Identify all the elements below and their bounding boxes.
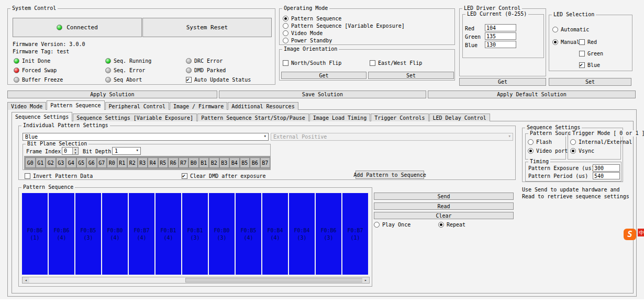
pattern-scrollbar[interactable] xyxy=(22,277,370,284)
pattern-tile[interactable]: F0:B4 (3) xyxy=(289,193,315,275)
bit-plane-button[interactable]: G2 xyxy=(46,157,56,168)
bit-plane-button[interactable]: R2 xyxy=(127,157,138,168)
bit-plane-button[interactable]: B5 xyxy=(240,157,250,168)
sub-tab[interactable]: Sequence Settings xyxy=(12,112,72,121)
pattern-exposure-input[interactable] xyxy=(593,164,620,172)
main-tab[interactable]: Video Mode xyxy=(7,102,46,110)
bit-plane-button[interactable]: B7 xyxy=(260,157,271,168)
led-selection-set-button[interactable]: Set xyxy=(549,78,631,86)
pattern-tile[interactable]: F0:B5 (3) xyxy=(75,193,101,275)
pattern-period-input[interactable] xyxy=(593,172,620,179)
bit-plane-button[interactable]: R4 xyxy=(148,157,158,168)
bit-plane-button[interactable]: B4 xyxy=(229,157,240,168)
bit-plane-button[interactable]: G0 xyxy=(25,157,36,168)
bit-plane-button[interactable]: R0 xyxy=(107,157,117,168)
east-west-flip-checkbox[interactable]: East/West Flip xyxy=(370,59,422,66)
sub-tab[interactable]: Sequence Settings [Variable Exposure] xyxy=(73,114,197,121)
pattern-tile[interactable]: F0:B7 (1) xyxy=(342,193,368,275)
repeat-radio[interactable]: Repeat xyxy=(438,221,465,228)
bit-plane-button[interactable]: R6 xyxy=(168,157,179,168)
bit-plane-button[interactable]: R3 xyxy=(138,157,148,168)
spinner-arrows-icon[interactable] xyxy=(72,148,78,154)
led-color-label: Blue xyxy=(587,62,600,68)
read-button[interactable]: Read xyxy=(374,202,514,210)
bit-plane-button[interactable]: G7 xyxy=(97,157,107,168)
sub-tab[interactable]: Trigger Controls xyxy=(371,114,428,121)
main-tab[interactable]: Peripheral Control xyxy=(105,102,169,110)
save-solution-button[interactable]: Save Solution xyxy=(219,91,426,98)
apply-default-solution-button[interactable]: Apply Default Solution xyxy=(428,91,636,98)
pattern-tile[interactable]: F0:B1 (3) xyxy=(182,193,208,275)
bit-plane-button[interactable]: B0 xyxy=(188,157,199,168)
send-button[interactable]: Send xyxy=(374,193,514,200)
pattern-tile[interactable]: F0:B7 (4) xyxy=(129,193,154,275)
clear-button[interactable]: Clear xyxy=(374,212,514,219)
led-color-checkbox[interactable]: Red xyxy=(579,36,603,48)
auto-update-status-checkbox[interactable]: Auto Update Status xyxy=(186,76,251,83)
scroll-right-icon[interactable] xyxy=(362,277,369,283)
internal-external-radio[interactable]: Internal/External xyxy=(570,138,632,145)
connected-button[interactable]: Connected xyxy=(13,18,142,37)
pattern-tile[interactable]: F0:B0 (3) xyxy=(209,193,235,275)
flash-radio[interactable]: Flash xyxy=(528,138,552,145)
automatic-radio[interactable]: Automatic xyxy=(552,26,589,33)
add-pattern-to-sequence-button[interactable]: Add Pattern to Sequence xyxy=(356,171,424,179)
bit-plane-button[interactable]: B6 xyxy=(250,157,260,168)
video-port-radio[interactable]: Video port xyxy=(528,147,568,154)
bit-plane-button[interactable]: G5 xyxy=(76,157,87,168)
bit-plane-button[interactable]: R7 xyxy=(179,157,189,168)
operating-mode-radio[interactable]: Video Mode xyxy=(283,29,405,37)
main-tab[interactable]: Additional Resources xyxy=(228,102,298,110)
spinner-down-icon[interactable] xyxy=(73,151,78,155)
red-current-input[interactable] xyxy=(485,24,516,31)
pattern-tile[interactable]: F0:B6 (1) xyxy=(22,193,48,275)
manual-radio[interactable]: Manual xyxy=(552,38,580,46)
apply-default-solution-label: Apply Default Solution xyxy=(497,92,566,97)
orientation-set-button[interactable]: Set xyxy=(368,72,454,79)
pattern-color-select[interactable]: Blue xyxy=(23,133,269,141)
pattern-tile[interactable]: F0:B5 (4) xyxy=(236,193,261,275)
clear-dmd-checkbox[interactable]: Clear DMD after exposure xyxy=(182,172,266,179)
led-color-checkbox[interactable]: Blue xyxy=(579,59,603,71)
pattern-tile[interactable]: F0:B0 (4) xyxy=(102,193,128,275)
led-driver-get-button[interactable]: Get xyxy=(459,78,546,86)
frame-index-spinner[interactable]: 0 xyxy=(62,147,79,155)
bit-plane-button[interactable]: R1 xyxy=(117,157,128,168)
vsync-label: Vsync xyxy=(579,148,594,154)
main-tab[interactable]: Image / Firmware xyxy=(170,102,227,110)
bit-plane-button[interactable]: G4 xyxy=(66,157,76,168)
bit-plane-button[interactable]: G1 xyxy=(36,157,46,168)
bit-plane-button[interactable]: B3 xyxy=(219,157,230,168)
pattern-tile[interactable]: F0:B6 (4) xyxy=(49,193,74,275)
operating-mode-radio[interactable]: Pattern Sequence [Variable Exposure] xyxy=(283,22,405,29)
bit-plane-button[interactable]: G6 xyxy=(86,157,97,168)
operating-mode-radio[interactable]: Pattern Sequence xyxy=(283,15,405,22)
play-once-radio[interactable]: Play Once xyxy=(374,221,410,228)
pattern-tile[interactable]: F0:B4 (4) xyxy=(262,193,288,275)
main-tab[interactable]: Pattern Sequence xyxy=(47,100,104,110)
sub-tab[interactable]: LED Delay Control xyxy=(429,114,490,121)
green-current-input[interactable] xyxy=(485,32,516,40)
bit-plane-button[interactable]: B2 xyxy=(209,157,219,168)
pattern-tile[interactable]: F0:B6 (3) xyxy=(316,193,341,275)
vsync-radio[interactable]: Vsync xyxy=(570,147,594,154)
bit-plane-button[interactable]: B1 xyxy=(199,157,209,168)
pattern-sequence-title: Pattern Sequence xyxy=(21,184,75,190)
bit-depth-select[interactable]: 1 xyxy=(112,147,141,155)
repeat-label: Repeat xyxy=(447,222,465,228)
operating-mode-radio[interactable]: Power Standby xyxy=(283,37,405,44)
north-south-flip-checkbox[interactable]: North/South Flip xyxy=(283,59,341,66)
scrollbar-thumb[interactable] xyxy=(185,278,369,283)
led-color-checkbox[interactable]: Green xyxy=(579,48,603,59)
sub-tab[interactable]: Pattern Sequence Start/Stop/Pause xyxy=(197,114,309,121)
bit-plane-button[interactable]: G3 xyxy=(56,157,66,168)
blue-current-input[interactable] xyxy=(485,41,516,48)
system-reset-button[interactable]: System Reset xyxy=(142,18,272,37)
orientation-get-button[interactable]: Get xyxy=(281,72,367,79)
bit-plane-button[interactable]: R5 xyxy=(158,157,169,168)
scroll-left-icon[interactable] xyxy=(23,277,29,283)
sub-tab[interactable]: Image Load Timing xyxy=(309,114,370,121)
pattern-tile[interactable]: F0:B1 (4) xyxy=(156,193,181,275)
invert-pattern-data-checkbox[interactable]: Invert Pattern Data xyxy=(25,172,93,179)
apply-solution-button[interactable]: Apply Solution xyxy=(7,91,217,98)
